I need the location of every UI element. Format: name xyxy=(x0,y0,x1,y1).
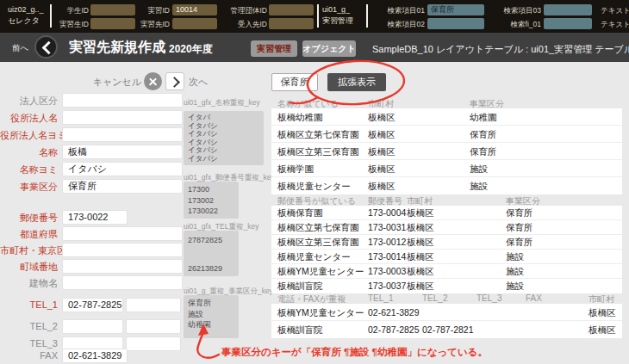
table-row[interactable]: 板橋学園板橋区施設 xyxy=(271,160,622,177)
table-cell: 板橋区 xyxy=(368,126,395,143)
hoikusho-filter-button[interactable]: 保育所 xyxy=(271,73,318,91)
form-field-label: 法人区分 xyxy=(0,95,58,108)
table-cell: 板橋区 xyxy=(368,108,395,126)
training-manage-button[interactable]: 実習管理 xyxy=(251,40,297,57)
table-cell: 173-0037 xyxy=(368,279,406,293)
form-field-input[interactable] xyxy=(62,110,183,125)
table-cell: 板橋区立第七保育園 xyxy=(277,126,359,143)
form-field-input-secondary[interactable] xyxy=(126,319,181,334)
page-title: 実習先新規作成 xyxy=(69,39,165,57)
table-cell: 板橋区立第七保育園 xyxy=(277,220,359,235)
topbar-text-label: テキスト0 xyxy=(601,6,629,16)
layout-table-info: SampleDB_10 レイアウトテーブル : ui01_実習管理 テーブル xyxy=(372,43,629,56)
form-field-input[interactable]: 02-621-3829 xyxy=(62,349,128,363)
table-row[interactable]: 板橋区立第七保育園173-0031板橋区保育所 xyxy=(271,220,622,235)
table-row[interactable]: 板橋区立第三保育園173-0012板橋区保育所 xyxy=(271,235,622,250)
topbar-text-label: テキスト0 xyxy=(601,20,629,30)
topbar-field-label: 受入先ID xyxy=(198,20,267,30)
form-field-input[interactable] xyxy=(62,127,183,142)
form-field-label: 役所法人名ヨミ xyxy=(0,129,58,142)
topbar-search-label: 検索項目02 xyxy=(356,20,425,30)
table-cell: 板橋区 xyxy=(407,264,434,279)
form-field-input[interactable] xyxy=(62,243,183,257)
table-row[interactable]: 板橋児童センター板橋区施設 xyxy=(271,177,622,194)
chevron-right-icon xyxy=(169,77,180,88)
next-button[interactable] xyxy=(165,72,184,90)
app-window: uiz02_g.._ セレクタ 学生ID実習生ID実習ID10014実習先ID管… xyxy=(0,0,629,364)
topbar-id-input[interactable] xyxy=(269,18,314,29)
annotation-text: 事業区分のキーが「保育所 ¶施設 ¶幼稚園」になっている。 xyxy=(221,346,488,359)
table-cell: 板橋区 xyxy=(407,220,434,235)
form-field-input[interactable]: 02-787-2825 xyxy=(62,298,123,312)
topbar-field-label: 管理団体ID xyxy=(198,6,267,16)
table-row[interactable]: 板橋児童センター173-0014板橋区施設 xyxy=(271,250,622,264)
table-row[interactable]: 板橋YM児童センター02-621-3829板橋区 xyxy=(271,304,622,321)
table-cell: 板橋学園 xyxy=(277,160,314,177)
form-field-input[interactable]: イタバシ xyxy=(62,162,183,176)
table-cell: 板橋訓盲院 xyxy=(277,321,323,338)
form-field-input-secondary[interactable] xyxy=(126,298,181,312)
object-button[interactable]: オブジェクト xyxy=(302,40,356,57)
table-row[interactable]: 板橋幼稚園板橋区幼稚園 xyxy=(271,108,622,126)
form-field-label: 事業区分 xyxy=(0,181,58,194)
table-cell: 保育所 xyxy=(506,235,533,250)
table-cell: 板橋区 xyxy=(368,143,395,160)
topbar-search-input[interactable] xyxy=(544,4,592,15)
table-cell: 板橋区 xyxy=(407,279,434,293)
topbar-field-label: 学生ID xyxy=(20,6,89,16)
form-field-label: 郵便番号 xyxy=(0,212,58,225)
table-cell: 02-621-3829 xyxy=(368,304,420,321)
table-row[interactable]: 板橋訓盲院173-0037板橋区施設 xyxy=(271,279,622,293)
key-panel-label: ui01_gfx_名称重複_key xyxy=(184,98,260,108)
column-header: FAX xyxy=(526,293,542,303)
table-cell: 173-0003 xyxy=(368,264,406,279)
fiscal-year-label: 2020年度 xyxy=(169,42,213,57)
column-header: TEL_3 xyxy=(476,293,501,303)
manage-module-title-line2: 実習管理 xyxy=(322,15,353,27)
form-field-label: 都道府県 xyxy=(0,228,58,241)
form-field-input[interactable] xyxy=(62,275,183,290)
table-row[interactable]: 板橋YM児童センター173-0003板橋区施設 xyxy=(271,264,622,279)
column-header: TEL_1 xyxy=(368,293,393,303)
table-cell: 施設 xyxy=(506,279,524,293)
table-cell: 板橋区立第三保育園 xyxy=(277,235,359,250)
table-row[interactable]: 板橋区立第三保育園板橋区保育所 xyxy=(271,143,622,160)
table-cell: 幼稚園 xyxy=(470,108,497,126)
table-cell: 保育所 xyxy=(506,206,533,220)
table-cell: 173-0004 xyxy=(368,206,406,220)
manage-module-title: ui01_g_ 実習管理 xyxy=(322,4,353,27)
table-row[interactable]: 板橋区立第七保育園板橋区保育所 xyxy=(271,126,622,143)
cancel-button[interactable] xyxy=(144,72,162,90)
back-label: 前へ xyxy=(12,43,28,54)
form-field-label: 名称 xyxy=(0,146,58,159)
topbar-search-label: 検索fi_01 xyxy=(472,20,541,30)
table-cell: 板橋YM児童センター xyxy=(277,264,364,279)
table-cell: 板橋YM児童センター xyxy=(277,304,364,321)
form-field-input[interactable]: 173-0022 xyxy=(62,210,128,225)
table-cell: 板橋児童センター xyxy=(277,177,351,194)
table-cell: 板橋保育園 xyxy=(277,206,323,220)
form-field-label: TEL_2 xyxy=(0,321,58,331)
table-cell: 板橋区 xyxy=(407,235,434,250)
table-cell: 板橋区 xyxy=(589,304,616,321)
key-panel-box: 27872825 26213829 xyxy=(184,231,239,276)
table-row[interactable]: 板橋保育園173-0004板橋区保育所 xyxy=(271,206,622,220)
form-field-input[interactable] xyxy=(62,226,183,241)
topbar-id-input[interactable] xyxy=(269,4,314,15)
topbar-search-input[interactable] xyxy=(544,18,592,29)
form-field-input[interactable] xyxy=(62,319,123,334)
form-field-input[interactable] xyxy=(62,259,183,274)
expand-view-button[interactable]: 拡張表示 xyxy=(327,73,386,91)
form-field-input-secondary[interactable] xyxy=(126,336,181,351)
table-row[interactable]: 板橋訓盲院02-787-282502-787-2821板橋区 xyxy=(271,321,622,338)
form-field-input[interactable]: 板橋 xyxy=(62,145,183,159)
table-cell: 板橋区 xyxy=(407,250,434,264)
form-field-input[interactable] xyxy=(62,93,183,108)
table-cell: 施設 xyxy=(506,250,524,264)
topbar-field-label: 実習生ID xyxy=(20,20,89,30)
topbar-field-label: 実習ID xyxy=(101,6,170,16)
form-field-input[interactable]: 保育所 xyxy=(62,179,183,194)
selector-topbar: uiz02_g.._ セレクタ 学生ID実習生ID実習ID10014実習先ID管… xyxy=(0,0,629,33)
form-field-label: 市町村・東京区 xyxy=(0,244,58,257)
back-button[interactable] xyxy=(34,35,58,59)
